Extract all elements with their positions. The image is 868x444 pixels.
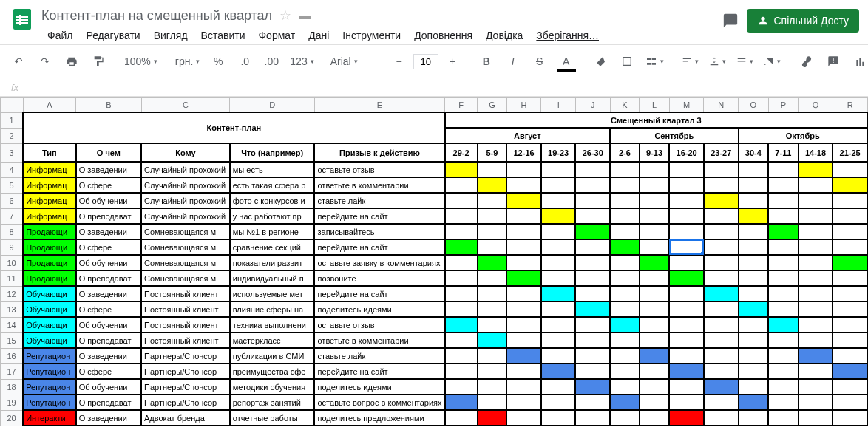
cell-who[interactable]: Случайный прохожий xyxy=(141,162,230,177)
cell-week[interactable] xyxy=(610,270,640,286)
cell-week[interactable] xyxy=(640,363,670,379)
cell-week[interactable] xyxy=(506,348,541,363)
cell-about[interactable]: О преподават xyxy=(76,332,141,348)
cell-week[interactable] xyxy=(610,208,640,224)
cell-week[interactable] xyxy=(506,270,541,286)
col-G[interactable]: G xyxy=(478,98,507,113)
cell-week[interactable] xyxy=(640,239,670,255)
cell-week[interactable] xyxy=(610,239,640,255)
cell-week[interactable] xyxy=(833,255,867,270)
col-N[interactable]: N xyxy=(704,98,739,113)
cell-what[interactable]: сравнение секций xyxy=(230,239,315,255)
cell-what[interactable]: влияние сферы на xyxy=(230,301,315,317)
cell-week[interactable] xyxy=(506,332,541,348)
cell-who[interactable]: Постоянный клиент xyxy=(141,286,230,301)
cell-week[interactable] xyxy=(739,177,769,193)
cell-week[interactable] xyxy=(669,208,704,224)
font-size-input[interactable] xyxy=(413,54,438,69)
col-K[interactable]: K xyxy=(610,98,640,113)
font-select[interactable]: Arial xyxy=(328,54,378,69)
cell-week[interactable] xyxy=(445,348,478,363)
menu-Файл[interactable]: Файл xyxy=(41,27,78,44)
cell-week[interactable] xyxy=(704,286,739,301)
cell-what[interactable]: мы №1 в регионе xyxy=(230,224,315,239)
cell-type[interactable]: Репутацион xyxy=(23,395,75,410)
cell-week[interactable] xyxy=(768,224,799,239)
cell-week[interactable] xyxy=(669,363,704,379)
menu-Формат[interactable]: Формат xyxy=(252,27,301,44)
cell-week[interactable] xyxy=(445,363,478,379)
cell-week[interactable] xyxy=(575,379,610,395)
cell-type[interactable]: Продающи xyxy=(23,224,75,239)
cell-week[interactable] xyxy=(478,270,507,286)
cell-week[interactable] xyxy=(575,286,610,301)
cell-week[interactable] xyxy=(799,332,833,348)
cell-week[interactable] xyxy=(669,270,704,286)
zoom-select[interactable]: 100% xyxy=(120,52,162,70)
cell-type[interactable]: Обучающи xyxy=(23,301,75,317)
cell-about[interactable]: О заведении xyxy=(76,162,141,177)
cell-week[interactable] xyxy=(575,332,610,348)
cell-week[interactable] xyxy=(610,363,640,379)
cell-cta[interactable]: ответьте в комментарии xyxy=(314,332,444,348)
cell-week[interactable] xyxy=(445,255,478,270)
cell-about[interactable]: О сфере xyxy=(76,363,141,379)
cell-what[interactable]: мы есть xyxy=(230,162,315,177)
row-12[interactable]: 12 xyxy=(1,286,24,301)
row-5[interactable]: 5 xyxy=(1,177,24,193)
cell-week[interactable] xyxy=(704,301,739,317)
cell-week[interactable] xyxy=(575,410,610,426)
cell-about[interactable]: Об обучении xyxy=(76,193,141,208)
cell-week[interactable] xyxy=(575,177,610,193)
bold-button[interactable]: B xyxy=(474,49,499,73)
borders-button[interactable] xyxy=(614,49,640,73)
cell-week[interactable] xyxy=(833,410,867,426)
col-E[interactable]: E xyxy=(314,98,444,113)
cell-week[interactable] xyxy=(768,363,799,379)
cell-week[interactable] xyxy=(739,224,769,239)
cell-cta[interactable]: поделитесь идеями xyxy=(314,301,444,317)
cell-week[interactable] xyxy=(739,363,769,379)
font-size-increase[interactable]: + xyxy=(440,49,465,73)
italic-button[interactable]: I xyxy=(501,49,526,73)
cell-week[interactable] xyxy=(799,208,833,224)
cell-who[interactable]: Сомневающаяся м xyxy=(141,270,230,286)
cell-week[interactable] xyxy=(704,332,739,348)
cell-week[interactable] xyxy=(506,410,541,426)
chart-button[interactable] xyxy=(847,49,868,73)
cell-week[interactable] xyxy=(478,193,507,208)
cell-what[interactable]: техника выполнени xyxy=(230,317,315,332)
cell-week[interactable] xyxy=(669,301,704,317)
cell-week[interactable] xyxy=(799,270,833,286)
cell-about[interactable]: О преподават xyxy=(76,395,141,410)
cell-who[interactable]: Сомневающаяся м xyxy=(141,224,230,239)
cell-week[interactable] xyxy=(704,208,739,224)
col-R[interactable]: R xyxy=(833,98,867,113)
row-16[interactable]: 16 xyxy=(1,348,24,363)
cell-who[interactable]: Постоянный клиент xyxy=(141,332,230,348)
star-icon[interactable]: ☆ xyxy=(279,7,291,24)
cell-cta[interactable]: ответьте в комментарии xyxy=(314,177,444,193)
link-button[interactable] xyxy=(794,49,819,73)
cell-week[interactable] xyxy=(478,410,507,426)
cell-week[interactable] xyxy=(575,255,610,270)
cell-week[interactable] xyxy=(768,239,799,255)
document-title[interactable]: Контент-план на смещенный квартал xyxy=(41,8,272,24)
cell-type[interactable]: Информац xyxy=(23,208,75,224)
cell-week[interactable] xyxy=(739,270,769,286)
cell-type[interactable]: Репутацион xyxy=(23,379,75,395)
cell-week[interactable] xyxy=(704,317,739,332)
cell-week[interactable] xyxy=(739,239,769,255)
cell-week[interactable] xyxy=(768,162,799,177)
menu-Інструменти[interactable]: Інструменти xyxy=(336,27,407,44)
cell-week[interactable] xyxy=(833,332,867,348)
cell-week[interactable] xyxy=(669,395,704,410)
cell-week[interactable] xyxy=(575,270,610,286)
cell-week[interactable] xyxy=(640,332,670,348)
row-4[interactable]: 4 xyxy=(1,162,24,177)
cell-type[interactable]: Продающи xyxy=(23,239,75,255)
cell-cta[interactable]: записывайтесь xyxy=(314,224,444,239)
cell-what[interactable]: есть такая сфера р xyxy=(230,177,315,193)
cell-week[interactable] xyxy=(445,239,478,255)
cell-week[interactable] xyxy=(445,270,478,286)
